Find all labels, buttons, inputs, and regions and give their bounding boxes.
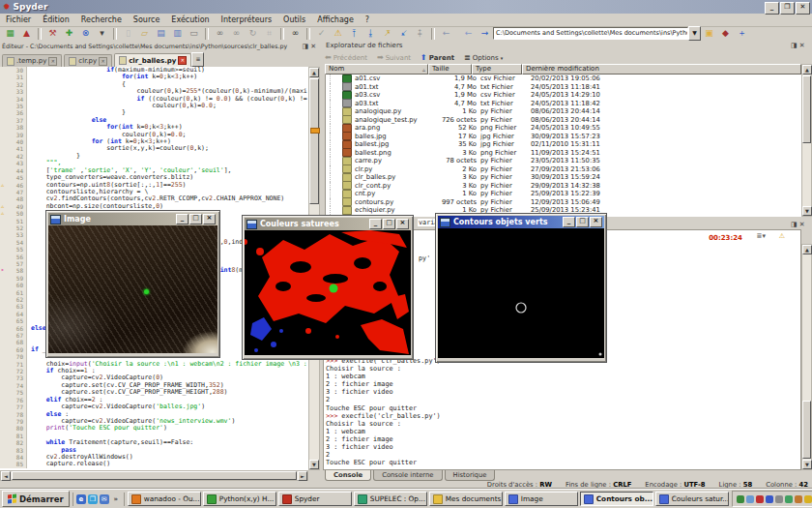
start-button[interactable]: Démarrer <box>2 491 70 507</box>
replace-icon[interactable]: ↻ <box>246 26 260 41</box>
file-row[interactable]: ballest.png3 Kopng Fichier11/09/2013 15:… <box>326 149 802 158</box>
run-check-icon[interactable]: ✓ <box>314 26 329 41</box>
working-directory-combo[interactable]: C:\Documents and Settings\collette\Mes d… <box>493 27 688 40</box>
saturated-colors-titlebar[interactable]: Couleurs saturees _ □ × <box>245 218 411 230</box>
explorer-options-button[interactable]: ≣ Options ▾ <box>464 54 503 62</box>
menu-recherche[interactable]: Recherche <box>75 15 128 24</box>
tray-icon-6[interactable] <box>785 495 793 503</box>
task-couleurs-satur---[interactable]: Couleurs satur... <box>655 492 729 506</box>
file-row[interactable]: ballest.jpg35 Kojpg Fichier02/11/2010 15… <box>326 140 802 149</box>
maximize-icon[interactable]: □ <box>383 219 395 229</box>
green-contours-window[interactable]: Contours objets verts _ □ × <box>435 213 607 363</box>
unindent-icon[interactable]: ⭳ <box>363 26 378 41</box>
console-tab-console-interne[interactable]: Console interne <box>373 470 442 481</box>
tray-icon-8[interactable] <box>804 495 812 503</box>
explorer-vertical-scrollbar[interactable]: ▲ ▼ <box>801 64 812 217</box>
minimize-icon[interactable]: _ <box>176 214 188 224</box>
tray-icon-5[interactable] <box>775 495 783 503</box>
back-arrow-icon[interactable]: ← <box>439 26 453 41</box>
console-tab-historique[interactable]: Historique <box>445 470 496 481</box>
menu-interprteurs[interactable]: Interpréteurs <box>216 15 277 24</box>
debug-icon[interactable]: ∞ <box>288 26 303 41</box>
menu-excution[interactable]: Exécution <box>165 15 215 24</box>
column-header-taille[interactable]: Taille <box>428 64 472 75</box>
indent-guide-icon[interactable]: ⭱ <box>347 26 362 41</box>
task-spyder[interactable]: Spyder <box>278 492 352 506</box>
task-image[interactable]: Image <box>505 492 578 506</box>
image-window[interactable]: Image _ □ × <box>45 210 220 358</box>
explorer-back-button[interactable]: ⬅ Précédent <box>325 54 367 62</box>
quit-icon[interactable]: ⊗ <box>78 26 93 41</box>
file-row[interactable]: carre.py78 octetspy Fichier23/05/2013 11… <box>326 157 802 165</box>
column-header-nom[interactable]: Nom▵ <box>325 64 428 75</box>
menu-outils[interactable]: Outils <box>277 15 311 24</box>
layout-icon[interactable]: ▦ <box>3 26 17 41</box>
file-row[interactable]: a01.txt4,7 Motxt Fichier24/05/2013 11:18… <box>326 83 802 92</box>
file-row[interactable]: cnt.py1 Kopy Fichier25/09/2013 15:22:39 <box>326 190 802 198</box>
saturated-colors-window[interactable]: Couleurs saturees _ □ × <box>242 215 414 360</box>
add-path-icon[interactable]: ＋ <box>735 26 749 41</box>
maximize-pane-icon[interactable]: ▲ <box>19 26 34 41</box>
file-row[interactable]: a03.csv1,9 Mocsv Fichier24/05/2013 14:29… <box>326 91 802 100</box>
editor-horizontal-scrollbar[interactable]: ◄ ► <box>0 470 308 481</box>
quicklaunch-more-icon[interactable]: » <box>111 494 121 504</box>
undock-pane-icon[interactable]: ◨ <box>791 42 798 49</box>
clean-icon[interactable]: ◆ <box>718 26 733 41</box>
file-row[interactable]: a01.csv1,9 Mocsv Fichier20/02/2013 19:05… <box>326 75 802 83</box>
save-icon[interactable]: ▤ <box>154 26 168 41</box>
task-wanadoo---ou---[interactable]: wanadoo - Ou... <box>128 492 201 506</box>
task-contours-ob---[interactable]: Contours ob... <box>580 492 653 506</box>
file-row[interactable]: contours.py997 octetspy Fichier12/09/201… <box>326 198 802 207</box>
tools-icon[interactable]: ⚒ <box>45 26 60 41</box>
minimize-icon[interactable]: _ <box>369 219 382 229</box>
move-down-icon[interactable]: ⭹ <box>396 26 411 41</box>
open-file-icon[interactable]: ▱ <box>137 26 152 41</box>
nav-forward-icon[interactable]: → <box>478 26 492 41</box>
open-folder-icon[interactable]: ▣ <box>702 26 716 41</box>
ie-quicklaunch-icon[interactable]: e <box>76 494 86 504</box>
maximize-icon[interactable]: □ <box>189 214 202 224</box>
warning-list-icon[interactable]: ⚠ <box>331 26 345 41</box>
editor-tab-clrpy[interactable]: clr.py✕ <box>64 54 112 67</box>
tab-close-icon[interactable]: ✕ <box>99 57 107 66</box>
close-pane-icon[interactable]: ✕ <box>310 43 316 50</box>
tray-icon-7[interactable] <box>795 495 802 503</box>
explorer-parent-button[interactable]: ⬆ Parent <box>420 54 454 62</box>
file-row[interactable]: analogique.py1 Kopy Fichier08/06/2013 20… <box>326 107 802 116</box>
menu-fichier[interactable]: Fichier <box>0 15 37 24</box>
find-icon[interactable]: ∞ <box>213 26 227 41</box>
task-supelec---op---[interactable]: SUPELEC : Op... <box>354 492 427 506</box>
desktop-quicklaunch-icon[interactable]: ❒ <box>88 494 98 504</box>
console-warning-icon[interactable]: ⚠ <box>779 232 785 240</box>
editor-tab-clrballespy[interactable]: clr_balles.py✕ <box>114 53 191 67</box>
console-tab-console[interactable]: Console <box>325 470 371 481</box>
editor-tab-temppy[interactable]: .temp.py✕ <box>2 54 62 67</box>
close-pane-icon[interactable]: ✕ <box>799 42 805 49</box>
maximize-icon[interactable]: □ <box>576 217 589 227</box>
new-file-icon[interactable]: ▯ <box>121 26 135 41</box>
package-manager-icon[interactable]: ✚ <box>62 26 76 41</box>
undock-pane-icon[interactable]: ◨ <box>791 221 798 228</box>
minimize-icon[interactable]: _ <box>563 217 575 227</box>
tab-browse-icon[interactable]: ≡ <box>191 52 204 67</box>
column-header-type[interactable]: Type <box>472 64 522 75</box>
tray-icon-4[interactable] <box>766 495 773 503</box>
close-icon[interactable]: × <box>590 217 602 227</box>
menu-affichage[interactable]: Affichage <box>311 15 360 24</box>
file-row[interactable]: clr_balles.py3 Kopy Fichier30/09/2013 15… <box>326 173 802 182</box>
nav-back-icon[interactable]: ← <box>461 26 476 41</box>
explorer-forward-button[interactable]: ➡ Suivant <box>377 54 411 62</box>
file-row[interactable]: analogique_test.py726 octetspy Fichier08… <box>326 116 802 125</box>
move-gray-icon[interactable]: ⭻ <box>413 26 427 41</box>
console-options-icon[interactable]: ≣▾ <box>757 232 766 240</box>
file-row[interactable]: ara.png52 Kopng Fichier24/05/2013 10:49:… <box>326 124 802 133</box>
print-icon[interactable]: ▭ <box>187 26 201 41</box>
menu-source[interactable]: Source <box>128 15 165 24</box>
tray-icon-3[interactable] <box>756 495 764 503</box>
menu-?[interactable]: ? <box>360 15 375 24</box>
console-vertical-scrollbar[interactable]: ▲ ▼ <box>801 244 812 470</box>
task-mes-documents[interactable]: Mes documents <box>429 492 503 506</box>
tab-close-icon[interactable]: ✕ <box>48 57 57 66</box>
close-pane-icon[interactable]: ✕ <box>799 221 805 228</box>
fix-indent-icon[interactable]: ⭷ <box>380 26 394 41</box>
